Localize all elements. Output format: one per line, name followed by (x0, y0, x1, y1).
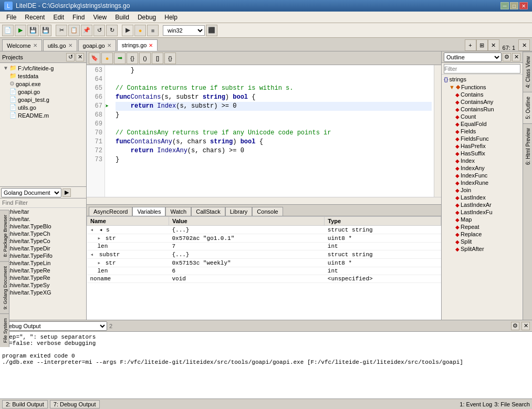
find-item[interactable]: archive/tar.TypeSy (0, 281, 86, 289)
debug-start-button[interactable]: ● (101, 53, 113, 64)
save-all-button[interactable]: 💾 (40, 25, 51, 36)
minimize-button[interactable]: ─ (500, 2, 509, 9)
tab-utils[interactable]: utils.go ✕ (43, 39, 77, 51)
tab-strings-close[interactable]: ✕ (149, 43, 153, 48)
build-button[interactable]: ▶ (122, 25, 133, 36)
outline-containsany[interactable]: ◆ ContainsAny (443, 98, 521, 106)
outline-repeat[interactable]: ◆ Repeat (443, 223, 521, 230)
tab-goapi[interactable]: goapi.go ✕ (78, 39, 116, 51)
outline-lastindexar[interactable]: ◆ LastIndexAr (443, 201, 521, 208)
outline-splitafter[interactable]: ◆ SplitAfter (443, 245, 521, 253)
copy-button[interactable]: 📋 (68, 25, 80, 36)
outline-hasprefix[interactable]: ◆ HasPrefix (443, 142, 521, 150)
outline-close[interactable]: ✕ (512, 53, 520, 61)
tree-item-goapi-test[interactable]: 📄 goapi_test.g (1, 96, 85, 103)
left-tab-filesystem[interactable]: File System (0, 313, 9, 347)
cut-button[interactable]: ✂ (56, 25, 67, 36)
debug-step-into[interactable]: {} (127, 53, 138, 64)
tree-item-goapi-go[interactable]: 📄 goapi.go (1, 88, 85, 96)
redo-button[interactable]: ↻ (106, 25, 118, 36)
tree-item-testdata[interactable]: 📁 testdata (1, 72, 85, 80)
find-item[interactable]: archive/tar (0, 208, 86, 215)
menu-edit[interactable]: Edit (49, 13, 68, 22)
find-item[interactable]: archive/tar.TypeLin (0, 259, 86, 267)
save-button[interactable]: 💾 (27, 25, 39, 36)
outline-join[interactable]: ◆ Join (443, 186, 521, 194)
debug-arrow-button[interactable]: ➡ (114, 53, 126, 64)
outline-count[interactable]: ◆ Count (443, 113, 521, 120)
var-row-s[interactable]: ◂ ◂ s {...} struct string (87, 226, 441, 234)
golang-doc-select[interactable]: Golang Document Go Specification Effecti… (1, 188, 61, 197)
stop-button[interactable]: ■ (147, 25, 159, 36)
tree-item-root[interactable]: ▼ 📁 F:/vfc/liteide-g (1, 64, 85, 72)
debug-close-btn[interactable]: ✕ (521, 322, 530, 330)
outline-select[interactable]: Outline (444, 53, 502, 62)
var-row-str2[interactable]: ▸ str 0x57153c "weekly" uint8 * (87, 259, 441, 267)
undo-button[interactable]: ↺ (93, 25, 105, 36)
outline-indexfunc[interactable]: ◆ IndexFunc (443, 172, 521, 179)
bookmark-button[interactable]: 🔖 (89, 53, 100, 64)
platform-extra-button[interactable]: ⬛ (206, 25, 217, 36)
horizontal-scrollbar[interactable] (87, 197, 441, 204)
find-item[interactable]: archive/tar. (0, 215, 86, 223)
open-file-button[interactable]: ▶ (15, 25, 26, 36)
maximize-button[interactable]: □ (510, 2, 518, 9)
tab-variables[interactable]: Variables (132, 207, 165, 216)
outline-map[interactable]: ◆ Map (443, 216, 521, 223)
tree-item-goapi-exe[interactable]: ⚙ goapi.exe (1, 80, 85, 88)
projects-close[interactable]: ✕ (76, 53, 84, 61)
tab-welcome-close[interactable]: ✕ (33, 43, 37, 48)
build-output-btn[interactable]: 2: Build Output (2, 400, 48, 408)
var-row-str1[interactable]: ▸ str 0x5702ac "go1.0.1" uint8 * (87, 234, 441, 243)
tab-utils-close[interactable]: ✕ (68, 43, 72, 48)
tab-watch[interactable]: Watch (165, 207, 191, 216)
menu-find[interactable]: Find (68, 13, 89, 22)
menu-help[interactable]: Help (160, 13, 182, 22)
new-tab-button[interactable]: + (465, 39, 476, 51)
outline-lastindex[interactable]: ◆ LastIndex (443, 194, 521, 201)
debug-run-to[interactable]: {} (164, 53, 176, 64)
outline-filter-input[interactable] (444, 64, 520, 74)
new-file-button[interactable]: 📄 (2, 25, 14, 36)
side-tab-outline[interactable]: 5: Outline (523, 92, 532, 123)
tab-callstack[interactable]: CallStack (191, 207, 225, 216)
debug-step-out[interactable]: [] (152, 53, 163, 64)
left-tab-golang-doc[interactable]: 9: Golang Document (0, 261, 9, 314)
paste-button[interactable]: 📌 (81, 25, 92, 36)
outline-fieldsfunc[interactable]: ◆ FieldsFunc (443, 135, 521, 142)
outline-containsrun[interactable]: ◆ ContainsRun (443, 106, 521, 113)
tree-item-utils[interactable]: 📄 utils.go (1, 103, 85, 111)
run-button[interactable]: ● (134, 25, 146, 36)
side-tab-classview[interactable]: 4: Class View (523, 51, 532, 92)
tab-library[interactable]: Library (225, 207, 253, 216)
outline-split[interactable]: ◆ Split (443, 238, 521, 245)
debug-output-select[interactable]: Debug Output (2, 321, 107, 331)
tab-welcome[interactable]: Welcome ✕ (2, 39, 42, 51)
outline-strings[interactable]: {} strings (443, 76, 521, 83)
outline-contains[interactable]: ◆ Contains (443, 91, 521, 98)
menu-file[interactable]: File (2, 13, 20, 22)
debug-output-btn[interactable]: 7: Debug Output (50, 400, 100, 408)
find-item[interactable]: archive/tar.TypeRe (0, 267, 86, 274)
find-item[interactable]: archive/tar.TypeXG (0, 289, 86, 296)
projects-refresh[interactable]: ↺ (66, 53, 75, 61)
menu-build[interactable]: Build (111, 13, 133, 22)
outline-equalfold[interactable]: ◆ EqualFold (443, 120, 521, 128)
debug-step-over[interactable]: () (139, 53, 151, 64)
tab-strings[interactable]: strings.go ✕ (117, 39, 158, 51)
tree-item-readme[interactable]: 📄 README.m (1, 111, 85, 119)
outline-index[interactable]: ◆ Index (443, 157, 521, 164)
vertical-scrollbar[interactable] (434, 65, 441, 197)
debug-settings-btn[interactable]: ⚙ (511, 322, 519, 330)
find-item[interactable]: archive/tar.TypeCh (0, 230, 86, 237)
outline-replace[interactable]: ◆ Replace (443, 230, 521, 238)
outline-indexrune[interactable]: ◆ IndexRune (443, 179, 521, 186)
outline-lastindexfu[interactable]: ◆ LastIndexFu (443, 208, 521, 216)
find-item[interactable]: archive/tar.TypeCo (0, 237, 86, 245)
outline-indexany[interactable]: ◆ IndexAny (443, 164, 521, 172)
tab-console[interactable]: Console (252, 207, 283, 216)
find-item[interactable]: archive/tar.TypeFifo (0, 252, 86, 259)
tab-goapi-close[interactable]: ✕ (107, 43, 111, 48)
close-tab-button[interactable]: ✕ (488, 39, 499, 51)
golang-doc-go[interactable]: ▶ (62, 188, 71, 197)
